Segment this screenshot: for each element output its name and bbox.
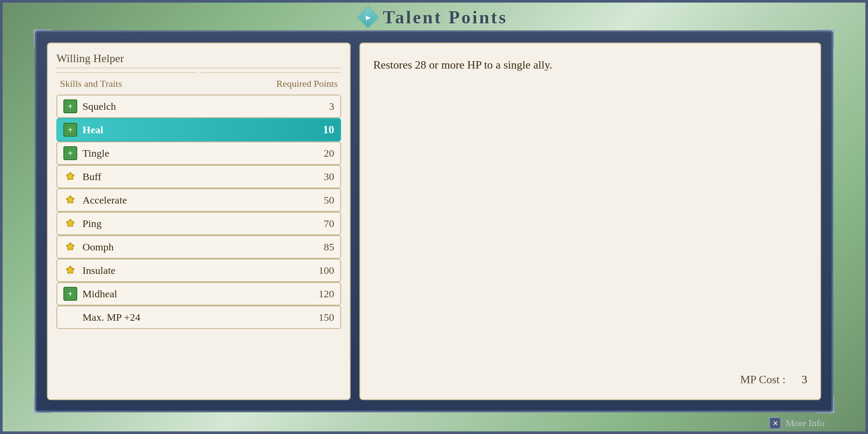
right-panel: Restores 28 or more HP to a single ally.…: [359, 43, 821, 400]
skill-points-buff: 30: [312, 171, 334, 183]
skill-name-buff: Buff: [82, 171, 312, 183]
skill-name-max-mp: Max. MP +24: [82, 312, 312, 323]
col-header-points: Required Points: [276, 78, 338, 89]
skill-icon-tingle: [63, 146, 77, 160]
skill-icon-insulate: [63, 263, 77, 277]
divider-line-right: [201, 72, 341, 73]
title-diamond-icon: [357, 7, 379, 29]
mp-cost-label: MP Cost :: [740, 373, 786, 386]
divider-line-left: [56, 72, 197, 73]
left-panel: Willing Helper Skills and Traits Require…: [47, 43, 351, 400]
skill-row-tingle[interactable]: Tingle20: [56, 141, 341, 165]
skill-points-tingle: 20: [312, 148, 334, 159]
skill-name-midheal: Midheal: [82, 288, 312, 300]
mp-cost-row: MP Cost : 3: [373, 373, 807, 386]
skill-points-accelerate: 50: [312, 194, 334, 206]
column-headers: Skills and Traits Required Points: [56, 78, 341, 89]
skill-icon-heal: [63, 123, 77, 137]
skill-row-accelerate[interactable]: Accelerate50: [56, 188, 341, 212]
skill-icon-squelch: [63, 99, 77, 113]
page-title: Talent Points: [383, 7, 507, 28]
skill-name-heal: Heal: [82, 124, 312, 136]
skill-points-ping: 70: [312, 218, 334, 230]
more-info-button[interactable]: ✕ More Info: [769, 417, 825, 429]
bottom-bar: ✕ More Info: [35, 412, 833, 434]
more-info-label: More Info: [786, 418, 825, 429]
skill-row-insulate[interactable]: Insulate100: [56, 259, 341, 282]
skill-row-max-mp[interactable]: Max. MP +24150: [56, 306, 341, 329]
skill-icon-accelerate: [63, 193, 77, 207]
mp-cost-value: 3: [794, 373, 807, 386]
panel-title: Willing Helper: [56, 52, 341, 68]
skill-row-oomph[interactable]: Oomph85: [56, 235, 341, 259]
skill-points-insulate: 100: [312, 265, 334, 276]
skill-row-ping[interactable]: Ping70: [56, 212, 341, 235]
skill-row-squelch[interactable]: Squelch3: [56, 95, 341, 118]
skill-description: Restores 28 or more HP to a single ally.: [373, 56, 807, 73]
skill-row-buff[interactable]: Buff30: [56, 165, 341, 188]
skill-name-oomph: Oomph: [82, 241, 312, 253]
skill-icon-max-mp: [63, 310, 77, 324]
title-bar: Talent Points: [0, 0, 868, 35]
skill-name-accelerate: Accelerate: [82, 194, 312, 206]
skill-points-heal: 10: [312, 123, 334, 136]
main-content: Willing Helper Skills and Traits Require…: [35, 30, 833, 412]
x-button-icon: ✕: [769, 417, 781, 429]
skills-list: Squelch3Heal10Tingle20Buff30Accelerate50…: [56, 95, 341, 329]
skill-icon-buff: [63, 170, 77, 184]
col-header-skills: Skills and Traits: [60, 78, 122, 89]
skill-points-oomph: 85: [312, 241, 334, 253]
skill-name-insulate: Insulate: [82, 265, 312, 276]
skill-points-midheal: 120: [312, 288, 334, 300]
skill-points-squelch: 3: [312, 101, 334, 112]
skill-icon-ping: [63, 217, 77, 230]
skill-points-max-mp: 150: [312, 312, 334, 323]
skill-name-tingle: Tingle: [82, 148, 312, 159]
skill-icon-oomph: [63, 240, 77, 254]
skill-name-squelch: Squelch: [82, 101, 312, 112]
skill-row-heal[interactable]: Heal10: [56, 118, 341, 141]
skill-icon-midheal: [63, 287, 77, 301]
skill-row-midheal[interactable]: Midheal120: [56, 282, 341, 306]
skill-name-ping: Ping: [82, 218, 312, 230]
panel-divider: [56, 72, 341, 73]
